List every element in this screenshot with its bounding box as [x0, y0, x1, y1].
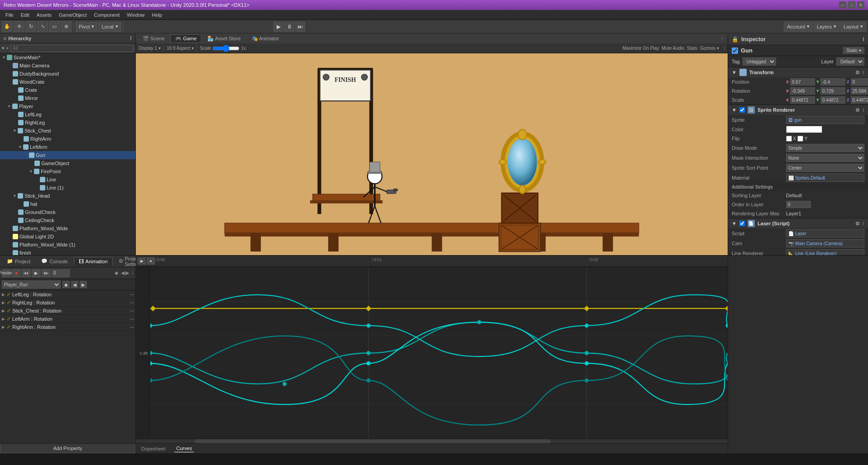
scale-y-input[interactable] — [820, 96, 845, 104]
hierarchy-add-button[interactable]: ▾ + — [2, 45, 9, 51]
hierarchy-item-mirror[interactable]: Mirror — [0, 94, 135, 102]
hierarchy-item-crate[interactable]: Crate — [0, 86, 135, 94]
preview-toggle-button[interactable]: Preview — [2, 269, 11, 277]
hierarchy-item-maincamera[interactable]: Main Camera — [0, 62, 135, 70]
console-tab[interactable]: 💬 Console — [36, 256, 72, 266]
rotation-z-input[interactable] — [851, 87, 868, 95]
inspector-menu-icon[interactable]: ⁝ — [863, 36, 864, 43]
script-value[interactable]: 📄 Laser — [786, 229, 864, 237]
anim-key-right-icon[interactable]: ▶ — [125, 270, 129, 276]
stick-chest-remove[interactable]: ─ — [130, 308, 134, 313]
scale-tool-button[interactable]: ⤡ — [37, 21, 48, 32]
maximize-on-play-btn[interactable]: Maximize On Play — [623, 46, 659, 51]
mask-interaction-select[interactable]: None — [786, 154, 864, 162]
step-button[interactable]: ⏭ — [295, 22, 305, 32]
mute-audio-btn[interactable]: Mute Audio — [662, 46, 684, 51]
transform-settings-icon[interactable]: ⚙ — [855, 70, 860, 76]
hierarchy-menu-icon[interactable]: ⁝ — [130, 35, 132, 41]
add-property-button[interactable]: Add Property — [0, 443, 135, 453]
layer-select[interactable]: Default — [836, 57, 864, 66]
hierarchy-item-platform_wood_wide(1)[interactable]: Platform_Wood_Wide (1) — [0, 241, 135, 249]
hierarchy-item-leftarm[interactable]: ▼ LeftArm — [0, 143, 135, 151]
transform-more-icon[interactable]: ⁝ — [863, 70, 864, 76]
hierarchy-item-hat[interactable]: hat — [0, 200, 135, 208]
anim-add-key-icon[interactable]: ◆ — [115, 270, 118, 276]
hierarchy-item-firepoint[interactable]: ▼ FirePoint — [0, 167, 135, 176]
menu-help[interactable]: Help — [148, 11, 166, 19]
flip-y-checkbox[interactable] — [797, 136, 803, 142]
scrollbar-thumb[interactable] — [195, 439, 550, 443]
anim-key-left-icon[interactable]: ◀ — [121, 270, 125, 276]
step-back-button[interactable]: ⏮ — [22, 269, 31, 277]
key-add-button[interactable]: ◀ — [71, 281, 78, 288]
anim-prop-stick-chest[interactable]: ▶ ⤢ Stick_Chest : Rotation ─ — [0, 307, 135, 315]
clip-name-select[interactable]: Player_Run — [2, 280, 61, 289]
line-renderer-value[interactable]: 📐 Line (Line Renderer) — [786, 249, 864, 255]
sprite-value[interactable]: 🖼 gun — [786, 116, 864, 124]
sprite-sort-point-select[interactable]: Center — [786, 164, 864, 172]
pause-button[interactable]: ⏸ — [284, 22, 294, 32]
laser-script-enable-checkbox[interactable] — [739, 221, 745, 226]
account-dropdown[interactable]: Account ▾ — [784, 22, 813, 32]
static-button[interactable]: Static ▾ — [843, 47, 864, 54]
stats-btn[interactable]: Stats — [687, 46, 697, 51]
hierarchy-item-player[interactable]: ▼ Player — [0, 102, 135, 110]
anim-prop-leftarm[interactable]: ▶ ⤢ LeftArm : Rotation ─ — [0, 315, 135, 323]
layout-dropdown[interactable]: Layout ▾ — [840, 22, 866, 32]
hierarchy-item-stick_chest[interactable]: ▼ Stick_Chest — [0, 127, 135, 135]
hierarchy-item-gameobject[interactable]: GameObject — [0, 159, 135, 167]
animation-time-input[interactable] — [52, 269, 70, 277]
color-swatch[interactable] — [786, 126, 822, 133]
scale-z-input[interactable] — [851, 96, 868, 104]
local-dropdown[interactable]: Local ▾ — [98, 22, 121, 32]
hierarchy-item-gun[interactable]: Gun — [0, 151, 135, 159]
aspect-control[interactable]: 16:9 Aspect ▾ — [167, 46, 194, 51]
close-button[interactable]: ✕ — [857, 1, 864, 9]
sprite-renderer-header[interactable]: ▼ 🖼 Sprite Renderer ⚙ ⁝ — [728, 105, 868, 115]
hierarchy-item-scenemain*[interactable]: ▼ SceneMain* — [0, 53, 135, 62]
game-tab[interactable]: 🎮 Game — [170, 34, 201, 43]
hierarchy-item-leftleg[interactable]: LeftLeg — [0, 110, 135, 119]
rightarm-remove[interactable]: ─ — [130, 324, 134, 330]
key-next-button[interactable]: ▶ — [80, 281, 87, 288]
scale-slider[interactable] — [212, 46, 240, 51]
maximize-button[interactable]: □ — [848, 1, 855, 9]
hierarchy-item-ceilingcheck[interactable]: CeilingCheck — [0, 216, 135, 224]
hierarchy-item-rightleg[interactable]: RightLeg — [0, 119, 135, 127]
sprite-renderer-settings-icon[interactable]: ⚙ — [855, 107, 860, 113]
hierarchy-item-rightarm[interactable]: RightArm — [0, 135, 135, 143]
hierarchy-item-line(1)[interactable]: Line (1) — [0, 184, 135, 192]
step-forward-button[interactable]: ⏭ — [42, 269, 51, 277]
scale-x-input[interactable] — [790, 96, 815, 104]
asset-store-tab[interactable]: 🏪 Asset Store — [202, 34, 245, 43]
hierarchy-item-line[interactable]: Line — [0, 176, 135, 184]
play-anim-button[interactable]: ▶ — [32, 269, 41, 277]
menu-component[interactable]: Component — [90, 11, 123, 19]
laser-more-icon[interactable]: ⁝ — [863, 221, 864, 227]
hierarchy-item-dustybackground[interactable]: DustyBackground — [0, 70, 135, 78]
leftleg-remove[interactable]: ─ — [130, 292, 134, 297]
minimize-button[interactable]: ─ — [839, 1, 846, 9]
laser-settings-icon[interactable]: ⚙ — [855, 221, 860, 227]
flip-x-label[interactable]: X — [786, 136, 796, 142]
hierarchy-item-platform_wood_wide[interactable]: Platform_Wood_Wide — [0, 224, 135, 232]
scene-tab[interactable]: 🎬 Scene — [138, 34, 169, 43]
display-control[interactable]: Display 1 ▾ — [139, 46, 161, 51]
flip-x-checkbox[interactable] — [786, 136, 792, 142]
order-in-layer-input[interactable] — [786, 201, 811, 208]
hierarchy-item-globallight2d[interactable]: Global Light 2D — [0, 232, 135, 241]
timeline-play-button[interactable]: ▶ — [138, 257, 146, 265]
anim-prop-rightarm[interactable]: ▶ ⤢ RightArm : Rotation ─ — [0, 323, 135, 331]
position-z-input[interactable] — [851, 78, 868, 85]
curves-tab[interactable]: Curves — [174, 445, 194, 452]
animation-tab[interactable]: 🎞 Animation — [74, 257, 113, 266]
lock-icon[interactable]: 🔒 — [732, 36, 739, 43]
hierarchy-item-groundcheck[interactable]: GroundCheck — [0, 208, 135, 216]
menu-edit[interactable]: Edit — [17, 11, 33, 19]
rightleg-remove[interactable]: ─ — [130, 300, 134, 305]
cam-value[interactable]: 📷 Main Camera (Camera) — [786, 239, 864, 247]
scale-control[interactable]: Scale 1x — [200, 46, 246, 51]
timeline-scrollbar[interactable] — [136, 439, 728, 443]
hierarchy-item-stick_head[interactable]: ▼ Stick_Head — [0, 192, 135, 200]
timeline-record-button[interactable]: ● — [147, 257, 155, 265]
